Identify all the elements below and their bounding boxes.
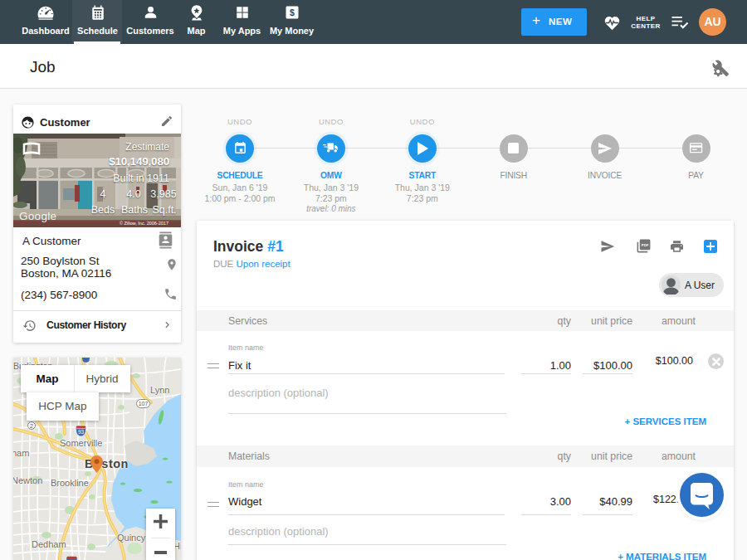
svg-text:$: $ [290,7,295,17]
svg-text:93: 93 [78,429,85,435]
svg-text:PDF: PDF [642,243,649,247]
